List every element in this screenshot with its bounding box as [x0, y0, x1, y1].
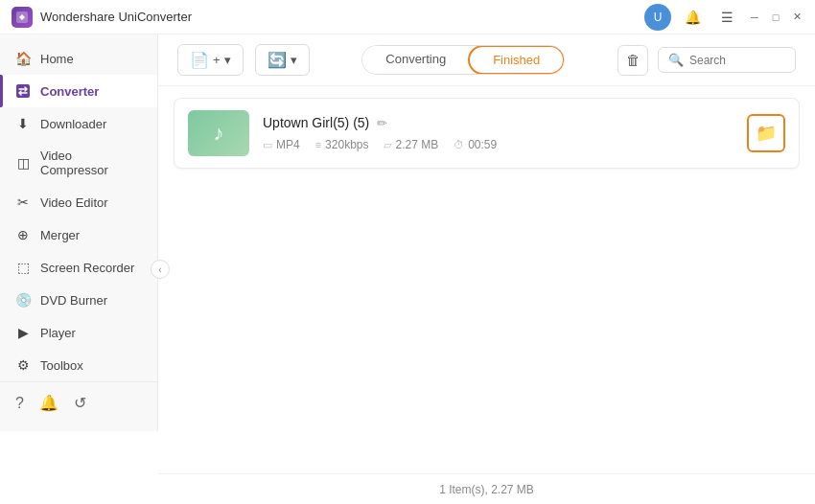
- converter-icon: [15, 83, 31, 99]
- statusbar: 1 Item(s), 2.27 MB: [158, 473, 815, 504]
- add-files-label: +: [213, 53, 221, 67]
- downloader-icon: ⬇: [15, 116, 31, 131]
- sidebar-item-video-editor[interactable]: ✂ Video Editor: [0, 186, 157, 218]
- minimize-button[interactable]: ─: [748, 11, 761, 24]
- duration-icon: ⏱: [454, 139, 464, 150]
- delete-button[interactable]: 🗑: [617, 45, 648, 76]
- sidebar-item-label: Merger: [40, 228, 80, 242]
- sidebar-item-label: Player: [40, 326, 76, 340]
- file-meta: ▭ MP4 ≡ 320kbps ▱ 2.27 MB ⏱: [263, 138, 734, 151]
- music-icon: ♪: [214, 121, 224, 146]
- sidebar-item-label: Screen Recorder: [40, 261, 134, 275]
- feedback-icon[interactable]: ↺: [74, 394, 86, 412]
- add-options-chevron: ▾: [291, 53, 297, 67]
- add-option-icon: 🔄: [268, 51, 287, 69]
- search-input[interactable]: [689, 54, 785, 67]
- sidebar-item-home[interactable]: 🏠 Home: [0, 42, 157, 75]
- sidebar-item-label: Video Editor: [40, 195, 108, 210]
- sidebar-item-label: Converter: [40, 84, 99, 99]
- bitrate-icon: ≡: [315, 139, 321, 150]
- file-size: ▱ 2.27 MB: [384, 138, 438, 151]
- user-avatar[interactable]: U: [644, 4, 671, 31]
- sidebar-item-video-compressor[interactable]: ◫ Video Compressor: [0, 140, 157, 186]
- add-files-button[interactable]: 📄 + ▾: [177, 44, 244, 76]
- screen-recorder-icon: ⬚: [15, 260, 31, 275]
- toolbox-icon: ⚙: [15, 357, 31, 373]
- notifications-icon[interactable]: 🔔: [39, 394, 58, 412]
- main-layout: 🏠 Home Converter ⬇ Downloader ◫ Video Co…: [0, 34, 815, 504]
- sidebar-item-label: Toolbox: [40, 358, 83, 373]
- statusbar-text: 1 Item(s), 2.27 MB: [439, 483, 534, 496]
- format-icon: ▭: [263, 139, 272, 151]
- video-editor-icon: ✂: [15, 195, 31, 210]
- table-row: ♪ Uptown Girl(5) (5) ✏ ▭ MP4 ≡: [174, 98, 800, 169]
- add-file-icon: 📄: [190, 51, 209, 69]
- file-duration: ⏱ 00:59: [454, 138, 497, 151]
- window-controls: U 🔔 ☰ ─ □ ✕: [644, 4, 803, 31]
- sidebar-item-player[interactable]: ▶ Player: [0, 316, 157, 349]
- menu-icon[interactable]: ☰: [713, 4, 740, 31]
- file-action: 📁: [747, 114, 785, 152]
- home-icon: 🏠: [15, 51, 31, 66]
- dvd-burner-icon: 💿: [15, 292, 31, 308]
- file-thumbnail: ♪: [188, 110, 249, 156]
- tab-finished[interactable]: Finished: [468, 45, 565, 75]
- toolbar-right: 🗑 🔍: [617, 45, 796, 76]
- search-box: 🔍: [658, 47, 796, 73]
- size-icon: ▱: [384, 139, 391, 151]
- svg-rect-1: [16, 84, 30, 98]
- file-bitrate: ≡ 320kbps: [315, 138, 369, 151]
- sidebar-bottom: ? 🔔 ↺: [0, 381, 157, 424]
- sidebar-item-merger[interactable]: ⊕ Merger: [0, 218, 157, 251]
- sidebar-item-screen-recorder[interactable]: ⬚ Screen Recorder: [0, 251, 157, 284]
- content-area: 📄 + ▾ 🔄 ▾ Converting Finished: [158, 34, 815, 504]
- sidebar-item-label: Video Compressor: [40, 149, 142, 177]
- file-info: Uptown Girl(5) (5) ✏ ▭ MP4 ≡ 320kbps: [263, 115, 734, 151]
- sidebar-item-label: Downloader: [40, 117, 106, 131]
- file-list: ♪ Uptown Girl(5) (5) ✏ ▭ MP4 ≡: [158, 86, 815, 473]
- add-options-button[interactable]: 🔄 ▾: [255, 44, 310, 76]
- app-title: Wondershare UniConverter: [40, 10, 644, 24]
- sidebar-item-toolbox[interactable]: ⚙ Toolbox: [0, 349, 157, 381]
- tab-converting[interactable]: Converting: [362, 46, 469, 74]
- open-folder-button[interactable]: 📁: [747, 114, 785, 152]
- maximize-button[interactable]: □: [769, 11, 782, 24]
- sidebar-item-downloader[interactable]: ⬇ Downloader: [0, 107, 157, 140]
- help-icon[interactable]: ?: [15, 395, 24, 412]
- edit-icon[interactable]: ✏: [377, 116, 387, 130]
- sidebar-item-label: Home: [40, 52, 74, 66]
- tab-container: Converting Finished: [361, 45, 565, 75]
- folder-icon: 📁: [756, 123, 777, 144]
- file-name-row: Uptown Girl(5) (5) ✏: [263, 115, 734, 130]
- titlebar: Wondershare UniConverter U 🔔 ☰ ─ □ ✕: [0, 0, 815, 34]
- app-logo: [12, 7, 33, 28]
- player-icon: ▶: [15, 325, 31, 340]
- video-compressor-icon: ◫: [15, 155, 31, 171]
- add-files-chevron: ▾: [224, 53, 231, 67]
- sidebar-item-converter[interactable]: Converter: [0, 75, 157, 107]
- sidebar: 🏠 Home Converter ⬇ Downloader ◫ Video Co…: [0, 34, 158, 431]
- merger-icon: ⊕: [15, 227, 31, 242]
- sidebar-wrapper: 🏠 Home Converter ⬇ Downloader ◫ Video Co…: [0, 34, 158, 504]
- close-button[interactable]: ✕: [790, 11, 803, 24]
- sidebar-item-label: DVD Burner: [40, 293, 107, 308]
- file-format: ▭ MP4: [263, 138, 300, 151]
- sidebar-item-dvd-burner[interactable]: 💿 DVD Burner: [0, 284, 157, 316]
- notification-icon[interactable]: 🔔: [679, 4, 706, 31]
- trash-icon: 🗑: [626, 52, 640, 68]
- toolbar: 📄 + ▾ 🔄 ▾ Converting Finished: [158, 34, 815, 86]
- file-name: Uptown Girl(5) (5): [263, 115, 369, 130]
- search-icon: 🔍: [668, 53, 684, 67]
- tab-group: Converting Finished: [321, 45, 606, 75]
- sidebar-collapse-button[interactable]: ‹: [151, 260, 170, 279]
